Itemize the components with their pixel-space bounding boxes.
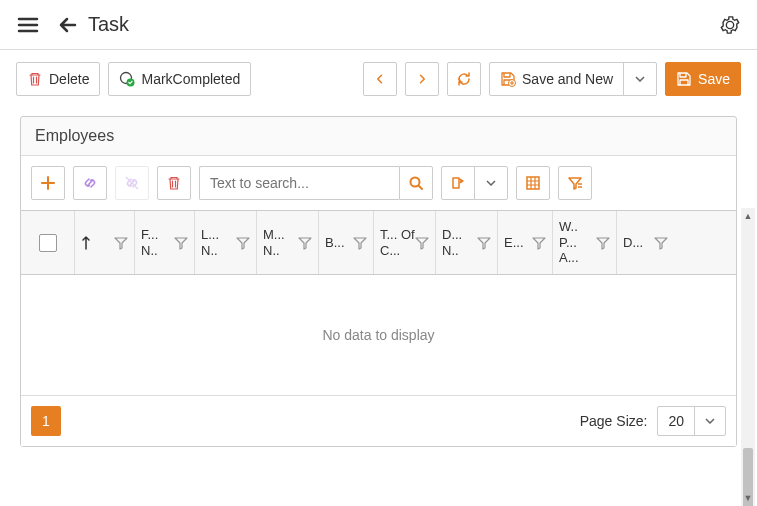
mark-completed-label: MarkCompleted	[141, 71, 240, 87]
save-new-icon	[500, 71, 516, 87]
export-button[interactable]	[441, 166, 475, 200]
column-label: F... N..	[141, 227, 174, 258]
filter-icon[interactable]	[654, 236, 668, 250]
column-chooser-button[interactable]	[516, 166, 550, 200]
refresh-icon	[456, 71, 472, 87]
select-all-checkbox[interactable]	[39, 234, 57, 252]
employees-panel: Employees	[20, 116, 737, 447]
column-label: B...	[325, 235, 353, 251]
column-header-2[interactable]: F... N..	[135, 211, 195, 274]
chevron-left-icon	[372, 71, 388, 87]
filter-icon[interactable]	[532, 236, 546, 250]
delete-button[interactable]: Delete	[16, 62, 100, 96]
save-and-new-label: Save and New	[522, 71, 613, 87]
save-label: Save	[698, 71, 730, 87]
mark-completed-icon	[119, 71, 135, 87]
svg-point-3	[411, 178, 420, 187]
prev-button[interactable]	[363, 62, 397, 96]
caret-down-icon	[632, 71, 648, 87]
column-header-5[interactable]: B...	[319, 211, 374, 274]
next-button[interactable]	[405, 62, 439, 96]
column-label: L... N..	[201, 227, 236, 258]
column-header-0[interactable]	[21, 211, 75, 274]
column-label: E...	[504, 235, 532, 251]
filter-icon[interactable]	[114, 236, 128, 250]
filter-icon[interactable]	[415, 236, 429, 250]
save-icon	[676, 71, 692, 87]
search-input[interactable]	[199, 166, 399, 200]
scroll-up-icon[interactable]: ▲	[741, 208, 755, 224]
panel-title: Employees	[21, 117, 736, 155]
filter-icon[interactable]	[298, 236, 312, 250]
unlink-button	[115, 166, 149, 200]
delete-label: Delete	[49, 71, 89, 87]
column-label: W.. P... A...	[559, 219, 596, 266]
filter-builder-button[interactable]	[558, 166, 592, 200]
add-button[interactable]	[31, 166, 65, 200]
page-size-caret-icon[interactable]	[695, 407, 725, 435]
filter-icon[interactable]	[174, 236, 188, 250]
filter-icon[interactable]	[477, 236, 491, 250]
save-button[interactable]: Save	[665, 62, 741, 96]
chevron-right-icon	[414, 71, 430, 87]
scroll-down-icon[interactable]: ▼	[741, 490, 755, 506]
settings-gear-icon[interactable]	[719, 14, 741, 36]
filter-icon[interactable]	[353, 236, 367, 250]
delete-row-button[interactable]	[157, 166, 191, 200]
column-header-7[interactable]: D... N..	[436, 211, 498, 274]
search-button[interactable]	[399, 166, 433, 200]
sort-icon[interactable]	[81, 236, 114, 250]
save-and-new-button[interactable]: Save and New	[489, 62, 624, 96]
export-dropdown[interactable]	[474, 166, 508, 200]
column-header-8[interactable]: E...	[498, 211, 553, 274]
column-label: D... N..	[442, 227, 477, 258]
column-header-3[interactable]: L... N..	[195, 211, 257, 274]
column-header-6[interactable]: T... Of C...	[374, 211, 436, 274]
column-header-1[interactable]	[75, 211, 135, 274]
hamburger-menu-icon[interactable]	[16, 13, 40, 37]
mark-completed-button[interactable]: MarkCompleted	[108, 62, 251, 96]
column-header-9[interactable]: W.. P... A...	[553, 211, 617, 274]
refresh-button[interactable]	[447, 62, 481, 96]
back-arrow-icon[interactable]	[56, 13, 80, 37]
filter-icon[interactable]	[596, 236, 610, 250]
filter-icon[interactable]	[236, 236, 250, 250]
column-label: D...	[623, 235, 654, 251]
page-size-select[interactable]: 20	[657, 406, 726, 436]
page-number-badge[interactable]: 1	[31, 406, 61, 436]
column-header-4[interactable]: M... N..	[257, 211, 319, 274]
svg-rect-4	[527, 177, 539, 189]
column-label: M... N..	[263, 227, 298, 258]
column-label: T... Of C...	[380, 227, 415, 258]
link-button[interactable]	[73, 166, 107, 200]
column-header-10[interactable]: D...	[617, 211, 674, 274]
page-title: Task	[88, 13, 719, 36]
grid-empty-text: No data to display	[21, 275, 736, 395]
save-and-new-dropdown[interactable]	[623, 62, 657, 96]
page-size-label: Page Size:	[580, 413, 648, 429]
trash-icon	[27, 71, 43, 87]
scrollbar[interactable]: ▲ ▼	[741, 208, 755, 506]
page-size-value: 20	[658, 407, 695, 435]
